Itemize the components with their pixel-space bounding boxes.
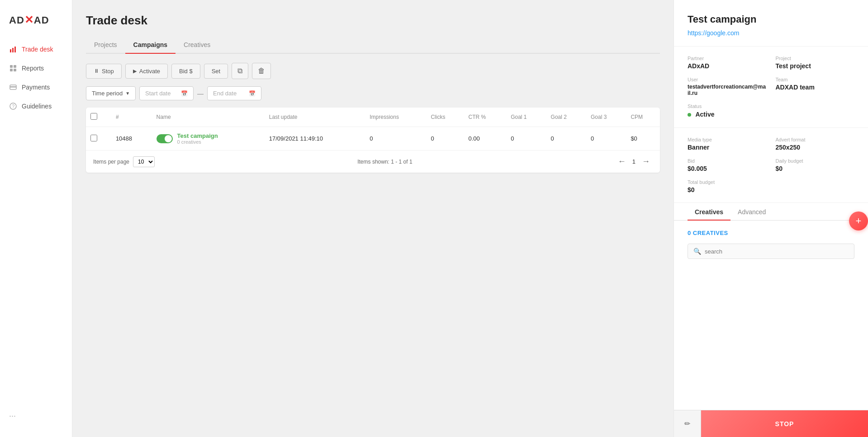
stop-label: Stop <box>102 68 114 75</box>
status-label: Status <box>688 103 854 109</box>
search-icon: 🔍 <box>693 248 701 255</box>
status-value: Active <box>688 110 854 118</box>
col-clicks: Clicks <box>426 108 464 127</box>
total-budget-field: Total budget $0 <box>688 179 854 193</box>
right-panel: Test campaign https://google.com Partner… <box>674 0 868 437</box>
trash-icon: 🗑 <box>258 67 265 75</box>
tab-creatives[interactable]: Creatives <box>175 37 218 53</box>
add-creative-button[interactable]: + <box>849 211 868 230</box>
end-date-input[interactable]: End date 📅 <box>207 86 261 100</box>
user-field: User testadvertforcreationcam@mail.ru <box>688 77 767 96</box>
row-cpm: $0 <box>626 127 660 150</box>
table-row: 10488 Test campaign 0 creatives 17/09/20… <box>86 127 660 150</box>
pagination-row: Items per page 10 25 50 Items shown: 1 -… <box>86 150 660 173</box>
select-all-checkbox[interactable] <box>90 113 97 120</box>
stop-button[interactable]: ⏸ Stop <box>86 64 122 79</box>
team-field: Team ADXAD team <box>776 77 855 96</box>
next-page-button[interactable]: → <box>639 156 653 167</box>
time-period-filter[interactable]: Time period ▼ <box>86 86 136 100</box>
tab-campaigns[interactable]: Campaigns <box>125 37 175 53</box>
edit-icon: ✏ <box>684 419 690 428</box>
partner-label: Partner <box>688 56 767 61</box>
bid-label: Bid <box>688 158 767 164</box>
col-impressions: Impressions <box>365 108 426 127</box>
items-per-page: Items per page 10 25 50 <box>93 156 155 167</box>
tab-projects[interactable]: Projects <box>86 37 125 53</box>
logo-text2: AD <box>34 14 49 26</box>
items-per-page-label: Items per page <box>93 159 129 165</box>
team-value: ADXAD team <box>776 84 855 91</box>
logo-text: AD <box>9 14 24 26</box>
copy-icon: ⧉ <box>237 67 242 75</box>
col-name: Name <box>152 108 265 127</box>
pause-icon: ⏸ <box>94 68 99 74</box>
date-filters: Time period ▼ Start date 📅 — End date 📅 <box>86 86 660 100</box>
status-field: Status Active <box>688 103 854 118</box>
panel-tab-creatives[interactable]: Creatives <box>688 203 730 220</box>
daily-budget-value: $0 <box>776 165 855 172</box>
time-period-label: Time period <box>92 90 123 97</box>
pagination-controls: ← 1 → <box>615 156 653 167</box>
current-page: 1 <box>632 158 636 165</box>
media-type-label: Media type <box>688 137 767 142</box>
panel-stop-button[interactable]: STOP <box>701 410 868 437</box>
main-content: Trade desk Projects Campaigns Creatives … <box>72 0 674 437</box>
row-clicks: 0 <box>426 127 464 150</box>
team-label: Team <box>776 77 855 82</box>
total-budget-label: Total budget <box>688 179 854 185</box>
panel-tabs: Creatives Advanced <box>674 203 868 221</box>
col-ctr: CTR % <box>464 108 506 127</box>
col-goal2: Goal 2 <box>546 108 586 127</box>
campaign-name[interactable]: Test campaign <box>177 132 218 139</box>
sidebar-item-payments[interactable]: Payments <box>0 78 72 97</box>
sidebar-nav: Trade desk Reports Payments <box>0 40 72 400</box>
col-last-update: Last update <box>265 108 365 127</box>
row-impressions: 0 <box>365 127 426 150</box>
col-goal3: Goal 3 <box>586 108 626 127</box>
advert-format-label: Advert format <box>776 137 855 142</box>
start-date-input[interactable]: Start date 📅 <box>139 86 194 100</box>
sidebar-more[interactable]: ... <box>0 400 25 428</box>
panel-tab-advanced[interactable]: Advanced <box>730 203 773 220</box>
bid-field: Bid $0.005 <box>688 158 767 172</box>
per-page-select[interactable]: 10 25 50 <box>133 156 155 167</box>
campaigns-table-container: # Name Last update Impressions Clicks CT… <box>86 108 660 173</box>
svg-rect-2 <box>14 47 16 52</box>
col-cpm: CPM <box>626 108 660 127</box>
project-label: Project <box>776 56 855 61</box>
campaign-toggle[interactable] <box>157 134 173 143</box>
copy-button[interactable]: ⧉ <box>232 63 248 79</box>
sidebar-label-reports: Reports <box>22 65 44 72</box>
activate-button[interactable]: ▶ Activate <box>125 64 168 79</box>
panel-bottom: ✏ STOP <box>674 410 868 437</box>
campaigns-table: # Name Last update Impressions Clicks CT… <box>86 108 660 150</box>
play-icon: ▶ <box>133 68 137 74</box>
panel-details: Partner ADxAD Project Test project User … <box>674 47 868 128</box>
search-input[interactable] <box>705 248 849 255</box>
prev-page-button[interactable]: ← <box>615 156 629 167</box>
date-separator: — <box>197 90 204 97</box>
creatives-section: 0 CREATIVES 🔍 + <box>674 221 868 410</box>
bid-button[interactable]: Bid $ <box>171 64 200 79</box>
items-shown: Items shown: 1 - 1 of 1 <box>357 159 412 165</box>
advert-format-field: Advert format 250x250 <box>776 137 855 151</box>
panel-header: Test campaign https://google.com <box>674 0 868 47</box>
user-value: testadvertforcreationcam@mail.ru <box>688 84 767 96</box>
end-date-label: End date <box>213 90 237 97</box>
sidebar-item-trade-desk[interactable]: Trade desk <box>0 40 72 59</box>
status-dot <box>688 113 691 117</box>
svg-rect-0 <box>10 49 11 52</box>
row-ctr: 0.00 <box>464 127 506 150</box>
row-checkbox[interactable] <box>90 135 97 141</box>
grid-icon <box>9 64 17 72</box>
total-budget-value: $0 <box>688 186 854 193</box>
set-button[interactable]: Set <box>204 64 228 79</box>
media-type-field: Media type Banner <box>688 137 767 151</box>
panel-url[interactable]: https://google.com <box>688 29 739 37</box>
sidebar-item-reports[interactable]: Reports <box>0 59 72 78</box>
delete-button[interactable]: 🗑 <box>252 63 271 79</box>
sidebar-item-guidelines[interactable]: ? Guidelines <box>0 97 72 116</box>
edit-button[interactable]: ✏ <box>674 410 701 437</box>
row-id: 10488 <box>111 127 152 150</box>
status-text: Active <box>695 111 714 118</box>
